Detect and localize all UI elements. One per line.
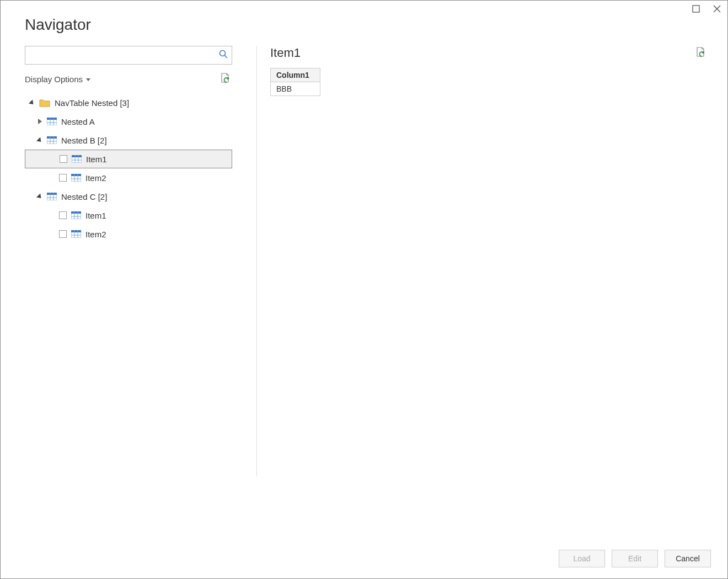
svg-rect-0 xyxy=(693,6,699,12)
tree-node-label: Item2 xyxy=(85,173,106,183)
table-icon xyxy=(71,230,81,238)
display-options-label: Display Options xyxy=(25,75,83,84)
preview-header: Item1 xyxy=(270,46,705,60)
preview-table: Column1 BBB xyxy=(270,68,320,96)
preview-pane: Item1 Column1 BBB xyxy=(270,46,727,487)
search-box[interactable] xyxy=(25,46,232,65)
dialog-title: Navigator xyxy=(1,1,727,34)
tree-node-label: Item2 xyxy=(85,230,106,239)
chevron-down-icon xyxy=(86,78,90,81)
svg-point-3 xyxy=(220,51,226,56)
table-icon xyxy=(71,211,81,219)
options-row: Display Options xyxy=(25,72,232,86)
tree-leaf-c-item2[interactable]: Item2 xyxy=(25,225,232,243)
table-row[interactable]: BBB xyxy=(271,82,320,96)
svg-rect-36 xyxy=(71,230,81,232)
checkbox[interactable] xyxy=(59,211,67,219)
display-options-dropdown[interactable]: Display Options xyxy=(25,75,90,84)
table-icon xyxy=(47,136,57,144)
table-header-row: Column1 xyxy=(271,68,320,82)
table-icon xyxy=(47,118,57,125)
checkbox[interactable] xyxy=(59,230,67,238)
tree-leaf-c-item1[interactable]: Item1 xyxy=(25,206,232,225)
maximize-button[interactable] xyxy=(691,4,701,14)
svg-rect-16 xyxy=(72,155,82,157)
svg-rect-26 xyxy=(47,193,57,195)
checkbox[interactable] xyxy=(59,174,67,182)
navigator-left-pane: Display Options NavTable Nested [3] xyxy=(1,46,243,487)
expander-icon[interactable] xyxy=(37,195,42,199)
table-cell: BBB xyxy=(271,82,320,96)
tree-node-label: Item1 xyxy=(86,155,107,164)
expander-icon[interactable] xyxy=(37,119,42,124)
refresh-button[interactable] xyxy=(220,72,230,86)
load-button[interactable]: Load xyxy=(559,550,605,567)
tree-node-nested-a[interactable]: Nested A xyxy=(25,112,232,131)
tree-node-label: Nested B [2] xyxy=(61,136,107,145)
search-icon[interactable] xyxy=(218,49,228,61)
folder-icon xyxy=(39,98,50,107)
preview-title: Item1 xyxy=(270,46,301,60)
svg-line-4 xyxy=(225,56,228,59)
table-icon xyxy=(72,155,82,163)
column-header[interactable]: Column1 xyxy=(271,68,320,82)
tree-node-label: Nested C [2] xyxy=(61,192,107,201)
search-input[interactable] xyxy=(25,46,232,64)
table-icon xyxy=(71,174,81,182)
close-button[interactable] xyxy=(712,4,722,14)
tree-leaf-b-item1[interactable]: Item1 xyxy=(25,150,232,168)
main-area: Display Options NavTable Nested [3] xyxy=(1,46,727,487)
tree-node-label: NavTable Nested [3] xyxy=(55,98,129,108)
window-controls xyxy=(691,4,722,14)
splitter[interactable] xyxy=(256,46,257,476)
cancel-button[interactable]: Cancel xyxy=(665,550,711,567)
edit-button[interactable]: Edit xyxy=(612,550,658,567)
tree-node-nested-c[interactable]: Nested C [2] xyxy=(25,187,232,206)
table-icon xyxy=(47,193,57,200)
navigator-tree: NavTable Nested [3] Nested A Nested B [2… xyxy=(25,93,232,243)
preview-refresh-button[interactable] xyxy=(695,46,705,60)
svg-rect-21 xyxy=(71,174,81,176)
expander-icon[interactable] xyxy=(37,139,42,142)
checkbox[interactable] xyxy=(60,155,67,163)
svg-rect-11 xyxy=(47,136,57,139)
tree-node-label: Item1 xyxy=(85,211,106,220)
tree-node-nested-b[interactable]: Nested B [2] xyxy=(25,131,232,150)
svg-rect-6 xyxy=(47,118,57,120)
dialog-footer: Load Edit Cancel xyxy=(559,550,711,567)
svg-rect-31 xyxy=(71,211,81,214)
tree-node-label: Nested A xyxy=(61,117,95,126)
tree-node-root[interactable]: NavTable Nested [3] xyxy=(25,93,232,112)
expander-icon[interactable] xyxy=(29,101,35,105)
tree-leaf-b-item2[interactable]: Item2 xyxy=(25,168,232,187)
